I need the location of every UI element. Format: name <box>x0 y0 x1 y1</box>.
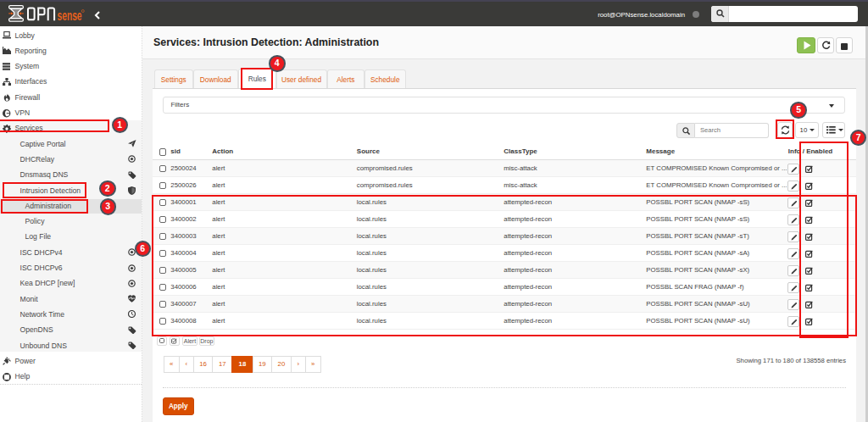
svg-text:sense: sense <box>58 8 82 23</box>
